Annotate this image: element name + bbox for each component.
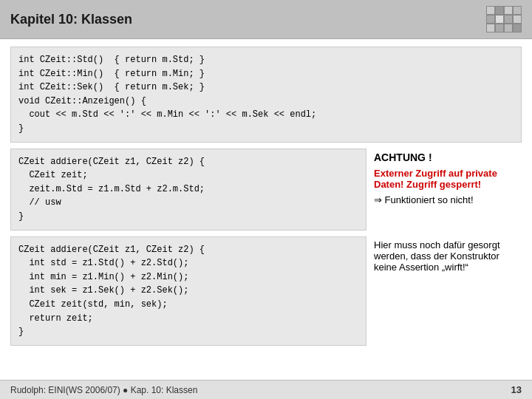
page-title: Kapitel 10: Klassen — [10, 12, 132, 27]
code-block-1: int CZeit::Std() { return m.Std; } int C… — [10, 47, 522, 143]
main-content: int CZeit::Std() { return m.Std; } int C… — [0, 39, 532, 353]
svg-rect-7 — [505, 16, 512, 23]
row-1: int CZeit::Std() { return m.Std; } int C… — [10, 47, 522, 143]
comment-2-arrow: ⇒ Funktioniert so nicht! — [374, 194, 522, 205]
row-2: CZeit addiere(CZeit z1, CZeit z2) { CZei… — [10, 149, 522, 231]
logo-icon — [486, 6, 522, 33]
footer-left: Rudolph: EINI(WS 2006/07) ● Kap. 10: Kla… — [10, 385, 197, 395]
svg-rect-3 — [505, 7, 512, 14]
comment-block-3: Hier muss noch dafür gesorgt werden, das… — [374, 236, 522, 273]
code-block-3: CZeit addiere(CZeit z1, CZeit z2) { int … — [10, 236, 366, 346]
svg-rect-8 — [514, 16, 521, 23]
comment-2-text: Externer Zugriff auf private Daten! Zugr… — [374, 168, 522, 190]
svg-rect-2 — [496, 7, 503, 14]
svg-rect-5 — [487, 16, 494, 23]
svg-rect-4 — [514, 7, 521, 14]
comment-block-2: ACHTUNG ! Externer Zugriff auf private D… — [374, 149, 522, 205]
comment-2-title: ACHTUNG ! — [374, 151, 522, 163]
svg-rect-9 — [487, 24, 494, 32]
svg-rect-1 — [487, 7, 494, 14]
page-footer: Rudolph: EINI(WS 2006/07) ● Kap. 10: Kla… — [0, 380, 532, 399]
comment-3-text: Hier muss noch dafür gesorgt werden, das… — [374, 239, 522, 273]
svg-rect-11 — [505, 24, 512, 32]
code-block-2: CZeit addiere(CZeit z1, CZeit z2) { CZei… — [10, 149, 366, 231]
footer-page: 13 — [511, 384, 522, 395]
row-3: CZeit addiere(CZeit z1, CZeit z2) { int … — [10, 236, 522, 346]
page-header: Kapitel 10: Klassen — [0, 0, 532, 39]
svg-rect-12 — [514, 24, 521, 32]
svg-rect-6 — [496, 16, 503, 23]
svg-rect-10 — [496, 24, 503, 32]
